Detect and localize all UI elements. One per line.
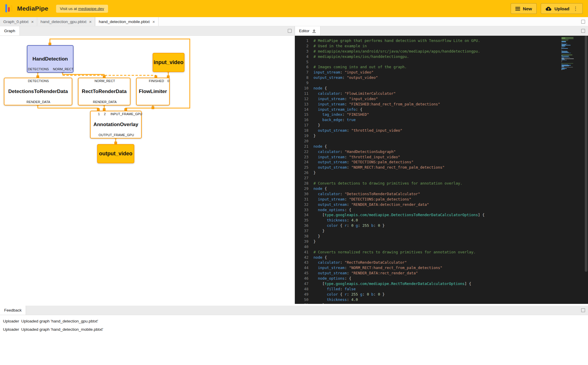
code-line: 13 input_stream: "FINISHED:hand_rect_fro… <box>295 102 558 107</box>
line-number: 14 <box>295 107 308 112</box>
graph-node-rect_to_render_data[interactable]: NORM_RECTRectToRenderDataRENDER_DATA <box>78 78 130 105</box>
file-tab-strip: Graph_0.pbtxt×hand_detection_gpu.pbtxt×h… <box>0 17 588 26</box>
code-text: # Converts detections to drawing primiti… <box>313 181 462 186</box>
line-number: 42 <box>295 255 308 260</box>
code-line: 50 thickness: 4.0 <box>295 297 558 302</box>
new-button[interactable]: New <box>511 3 537 14</box>
code-line: 38 } <box>295 234 558 239</box>
kebab-menu-icon[interactable]: ⋮ <box>573 6 578 12</box>
port-marker <box>152 107 154 109</box>
line-number: 5 <box>295 59 308 65</box>
line-number: 32 <box>295 202 308 207</box>
code-line: 19} <box>295 133 558 138</box>
feedback-row: UploaderUploaded graph 'hand_detection_m… <box>0 325 588 333</box>
scrollbar-thumb[interactable] <box>585 36 587 272</box>
code-text: output_stream: "DETECTIONS:palm_detectio… <box>313 159 414 165</box>
mediapipe-logo-icon <box>5 4 12 13</box>
editor-panel: Editor 1# MediaPipe graph that performs … <box>295 26 588 304</box>
line-number: 30 <box>295 191 308 197</box>
mediapipe-dev-link[interactable]: mediapipe.dev <box>78 6 104 11</box>
minimap-line <box>561 38 574 39</box>
minimap-line <box>561 57 569 57</box>
popout-icon[interactable] <box>581 20 585 24</box>
code-text: # Converts normalized rects to drawing p… <box>313 250 476 255</box>
close-icon[interactable]: × <box>31 19 34 24</box>
graph-canvas[interactable]: HandDetectionDETECTIONSNORM_RECTinput_vi… <box>0 36 295 304</box>
code-line: 35 thickness: 4.0 <box>295 218 558 223</box>
code-text: node { <box>313 186 327 191</box>
line-number: 47 <box>295 281 308 286</box>
node-title: output_video <box>99 151 133 157</box>
upload-button[interactable]: Upload ⋮ <box>541 3 583 14</box>
code-text: } <box>313 170 316 175</box>
file-tab[interactable]: hand_detection_mobile.pbtxt× <box>95 17 158 26</box>
code-line: 22 calculator: "HandDetectionSubgraph" <box>295 149 558 154</box>
download-icon[interactable] <box>312 29 316 33</box>
node-input-ports: 12INPUT_FRAME_GPU <box>91 111 141 117</box>
graph-node-flow_limiter[interactable]: FINISHED0FlowLimiter <box>136 78 170 105</box>
popout-icon[interactable] <box>581 29 585 33</box>
code-line: 29node { <box>295 186 558 191</box>
line-number: 40 <box>295 244 308 250</box>
graph-node-detections_to_render_data[interactable]: DETECTIONSDetectionsToRenderDataRENDER_D… <box>4 78 72 105</box>
file-tab[interactable]: Graph_0.pbtxt× <box>0 17 37 26</box>
file-tab[interactable]: hand_detection_gpu.pbtxt× <box>37 17 95 26</box>
code-text: input_stream: "DETECTIONS:palm_detection… <box>313 197 411 202</box>
graph-node-output_video[interactable]: output_video <box>97 144 134 163</box>
code-text: tag_index: "FINISHED" <box>313 112 369 117</box>
line-number: 29 <box>295 186 308 191</box>
graph-panel: Graph HandDetectionDETECTIONSNORM_RECTin… <box>0 26 295 304</box>
code-line: 14 input_stream_info: { <box>295 107 558 112</box>
code-text: # Used in the example in <box>313 43 367 49</box>
minimap-line <box>561 59 565 60</box>
code-text: input_stream: "throttled_input_video" <box>313 154 400 160</box>
code-line: 31 input_stream: "DETECTIONS:palm_detect… <box>295 197 558 202</box>
line-number: 43 <box>295 260 308 265</box>
tab-feedback[interactable]: Feedback <box>0 306 26 315</box>
code-text: thickness: 4.0 <box>313 218 358 223</box>
close-icon[interactable]: × <box>89 19 92 24</box>
line-number: 48 <box>295 286 308 292</box>
popout-icon[interactable] <box>288 29 292 33</box>
graph-node-annotation_overlay[interactable]: 12INPUT_FRAME_GPUAnnotationOverlayOUTPUT… <box>90 111 142 138</box>
node-output-ports: DETECTIONSNORM_RECT <box>27 66 73 72</box>
code-line: 39} <box>295 239 558 244</box>
minimap-line <box>561 46 566 47</box>
code-line: 33 node_options: { <box>295 207 558 213</box>
code-line: 16 back_edge: true <box>295 117 558 123</box>
popout-icon[interactable] <box>581 308 585 312</box>
code-line: 4# mediapipie/examples/ios/handdetection… <box>295 54 558 59</box>
code-line: 40 <box>295 244 558 250</box>
code-editor[interactable]: 1# MediaPipe graph that performs hand de… <box>295 36 588 304</box>
line-number: 11 <box>295 91 308 96</box>
close-icon[interactable]: × <box>152 19 155 24</box>
tab-editor[interactable]: Editor <box>295 26 321 35</box>
code-text: output_stream: "RENDER_DATA:rect_render_… <box>313 271 418 276</box>
feedback-panel: Feedback UploaderUploaded graph 'hand_de… <box>0 306 588 333</box>
line-number: 38 <box>295 234 308 239</box>
graph-node-input_video[interactable]: input_video <box>153 53 184 72</box>
tab-graph[interactable]: Graph <box>0 26 20 35</box>
minimap-line <box>561 53 571 53</box>
graph-node-hand_detection[interactable]: HandDetectionDETECTIONSNORM_RECT <box>27 45 74 73</box>
code-line: 8output_stream: "output_video" <box>295 75 558 80</box>
port-label: NORM_RECT <box>53 67 74 71</box>
minimap[interactable] <box>561 37 583 70</box>
editor-scrollbar[interactable] <box>584 36 588 304</box>
line-number: 50 <box>295 297 308 302</box>
port-marker <box>103 108 105 111</box>
line-number: 22 <box>295 149 308 154</box>
node-output-ports: OUTPUT_FRAME_GPU <box>91 132 141 138</box>
node-title: RectToRenderData <box>79 84 130 99</box>
minimap-line <box>561 52 569 53</box>
minimap-line <box>561 48 568 49</box>
minimap-line <box>561 45 565 46</box>
code-line: 27 <box>295 175 558 181</box>
code-text: calculator: "HandDetectionSubgraph" <box>313 149 396 154</box>
code-line: 49 color { r: 255 g: 0 b: 0 } <box>295 292 558 297</box>
code-line: 32 output_stream: "RENDER_DATA:detection… <box>295 202 558 207</box>
visit-chip-text: Visit us at <box>60 6 78 11</box>
code-line: 2# Used in the example in <box>295 43 558 49</box>
code-line: 23 input_stream: "throttled_input_video" <box>295 154 558 160</box>
code-text: # MediaPipe graph that performs hand det… <box>313 38 480 43</box>
